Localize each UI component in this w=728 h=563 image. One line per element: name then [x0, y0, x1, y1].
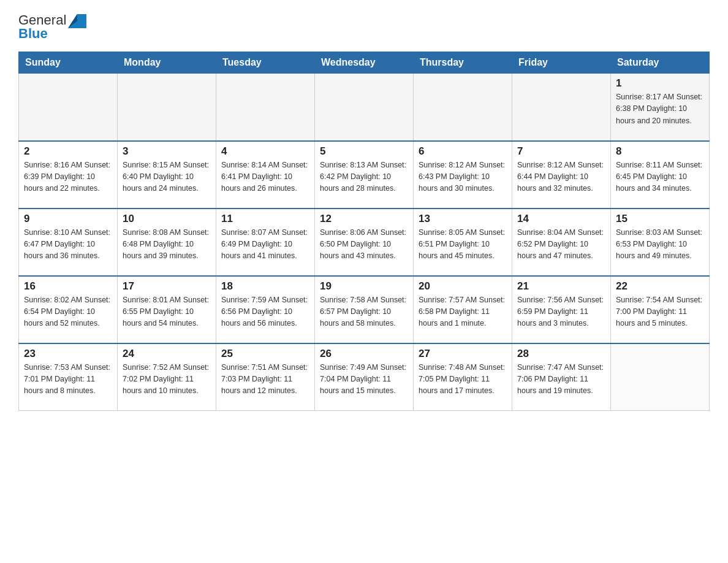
- day-number: 7: [517, 145, 605, 158]
- day-info: Sunrise: 8:10 AM Sunset: 6:47 PM Dayligh…: [24, 227, 112, 262]
- calendar-cell: 28Sunrise: 7:47 AM Sunset: 7:06 PM Dayli…: [512, 343, 611, 411]
- day-number: 5: [320, 145, 408, 158]
- calendar-week-row: 1Sunrise: 8:17 AM Sunset: 6:38 PM Daylig…: [19, 74, 710, 141]
- day-number: 9: [24, 213, 112, 225]
- calendar-cell: 9Sunrise: 8:10 AM Sunset: 6:47 PM Daylig…: [19, 209, 118, 276]
- day-info: Sunrise: 7:47 AM Sunset: 7:06 PM Dayligh…: [517, 362, 605, 397]
- day-number: 1: [616, 77, 704, 90]
- day-info: Sunrise: 8:07 AM Sunset: 6:49 PM Dayligh…: [221, 227, 309, 262]
- day-number: 15: [616, 213, 704, 225]
- day-info: Sunrise: 7:51 AM Sunset: 7:03 PM Dayligh…: [221, 362, 309, 397]
- calendar-cell: [216, 74, 315, 141]
- day-number: 26: [320, 348, 408, 360]
- calendar-week-row: 23Sunrise: 7:53 AM Sunset: 7:01 PM Dayli…: [19, 343, 710, 411]
- calendar-cell: 12Sunrise: 8:06 AM Sunset: 6:50 PM Dayli…: [315, 209, 414, 276]
- calendar-cell: 1Sunrise: 8:17 AM Sunset: 6:38 PM Daylig…: [611, 74, 710, 141]
- calendar-cell: [512, 74, 611, 141]
- day-number: 4: [221, 145, 309, 158]
- calendar-header-row: SundayMondayTuesdayWednesdayThursdayFrid…: [19, 52, 710, 74]
- day-info: Sunrise: 8:05 AM Sunset: 6:51 PM Dayligh…: [419, 227, 507, 262]
- day-info: Sunrise: 7:52 AM Sunset: 7:02 PM Dayligh…: [123, 362, 211, 397]
- calendar-table: SundayMondayTuesdayWednesdayThursdayFrid…: [18, 52, 710, 411]
- calendar-cell: 27Sunrise: 7:48 AM Sunset: 7:05 PM Dayli…: [414, 343, 512, 411]
- calendar-cell: 8Sunrise: 8:11 AM Sunset: 6:45 PM Daylig…: [611, 141, 710, 209]
- day-number: 25: [221, 348, 309, 360]
- day-number: 10: [123, 213, 211, 225]
- calendar-week-row: 16Sunrise: 8:02 AM Sunset: 6:54 PM Dayli…: [19, 276, 710, 343]
- day-info: Sunrise: 7:49 AM Sunset: 7:04 PM Dayligh…: [320, 362, 408, 397]
- calendar-cell: [118, 74, 216, 141]
- day-info: Sunrise: 8:15 AM Sunset: 6:40 PM Dayligh…: [123, 159, 211, 195]
- calendar-cell: 7Sunrise: 8:12 AM Sunset: 6:44 PM Daylig…: [512, 141, 611, 209]
- calendar-cell: 17Sunrise: 8:01 AM Sunset: 6:55 PM Dayli…: [118, 276, 216, 343]
- day-info: Sunrise: 8:14 AM Sunset: 6:41 PM Dayligh…: [221, 159, 309, 195]
- day-of-week-header: Thursday: [414, 52, 512, 74]
- calendar-cell: 18Sunrise: 7:59 AM Sunset: 6:56 PM Dayli…: [216, 276, 315, 343]
- day-number: 18: [221, 280, 309, 293]
- calendar-cell: 23Sunrise: 7:53 AM Sunset: 7:01 PM Dayli…: [19, 343, 118, 411]
- day-number: 3: [123, 145, 211, 158]
- day-info: Sunrise: 8:03 AM Sunset: 6:53 PM Dayligh…: [616, 227, 704, 262]
- day-info: Sunrise: 7:57 AM Sunset: 6:58 PM Dayligh…: [419, 294, 507, 330]
- calendar-cell: 2Sunrise: 8:16 AM Sunset: 6:39 PM Daylig…: [19, 141, 118, 209]
- day-info: Sunrise: 8:11 AM Sunset: 6:45 PM Dayligh…: [616, 159, 704, 195]
- calendar-cell: 4Sunrise: 8:14 AM Sunset: 6:41 PM Daylig…: [216, 141, 315, 209]
- day-number: 23: [24, 348, 112, 360]
- day-of-week-header: Sunday: [19, 52, 118, 74]
- calendar-cell: [414, 74, 512, 141]
- day-of-week-header: Friday: [512, 52, 611, 74]
- day-info: Sunrise: 7:59 AM Sunset: 6:56 PM Dayligh…: [221, 294, 309, 330]
- day-info: Sunrise: 8:06 AM Sunset: 6:50 PM Dayligh…: [320, 227, 408, 262]
- day-number: 21: [517, 280, 605, 293]
- day-of-week-header: Monday: [118, 52, 216, 74]
- day-number: 11: [221, 213, 309, 225]
- day-number: 8: [616, 145, 704, 158]
- calendar-cell: 6Sunrise: 8:12 AM Sunset: 6:43 PM Daylig…: [414, 141, 512, 209]
- day-info: Sunrise: 8:12 AM Sunset: 6:44 PM Dayligh…: [517, 159, 605, 195]
- day-info: Sunrise: 7:58 AM Sunset: 6:57 PM Dayligh…: [320, 294, 408, 330]
- calendar-cell: [19, 74, 118, 141]
- day-number: 6: [419, 145, 507, 158]
- day-info: Sunrise: 7:48 AM Sunset: 7:05 PM Dayligh…: [419, 362, 507, 397]
- calendar-week-row: 9Sunrise: 8:10 AM Sunset: 6:47 PM Daylig…: [19, 209, 710, 276]
- calendar-cell: 15Sunrise: 8:03 AM Sunset: 6:53 PM Dayli…: [611, 209, 710, 276]
- calendar-cell: 16Sunrise: 8:02 AM Sunset: 6:54 PM Dayli…: [19, 276, 118, 343]
- day-info: Sunrise: 8:16 AM Sunset: 6:39 PM Dayligh…: [24, 159, 112, 195]
- calendar-cell: 14Sunrise: 8:04 AM Sunset: 6:52 PM Dayli…: [512, 209, 611, 276]
- day-of-week-header: Wednesday: [315, 52, 414, 74]
- day-of-week-header: Saturday: [611, 52, 710, 74]
- calendar-week-row: 2Sunrise: 8:16 AM Sunset: 6:39 PM Daylig…: [19, 141, 710, 209]
- day-number: 14: [517, 213, 605, 225]
- page-header: General Blue: [18, 12, 710, 42]
- calendar-cell: 20Sunrise: 7:57 AM Sunset: 6:58 PM Dayli…: [414, 276, 512, 343]
- calendar-cell: 10Sunrise: 8:08 AM Sunset: 6:48 PM Dayli…: [118, 209, 216, 276]
- day-number: 20: [419, 280, 507, 293]
- day-info: Sunrise: 7:54 AM Sunset: 7:00 PM Dayligh…: [616, 294, 704, 330]
- calendar-cell: 21Sunrise: 7:56 AM Sunset: 6:59 PM Dayli…: [512, 276, 611, 343]
- logo: General Blue: [18, 12, 86, 42]
- calendar-cell: 26Sunrise: 7:49 AM Sunset: 7:04 PM Dayli…: [315, 343, 414, 411]
- calendar-cell: 3Sunrise: 8:15 AM Sunset: 6:40 PM Daylig…: [118, 141, 216, 209]
- day-number: 17: [123, 280, 211, 293]
- day-info: Sunrise: 8:04 AM Sunset: 6:52 PM Dayligh…: [517, 227, 605, 262]
- day-number: 22: [616, 280, 704, 293]
- day-number: 12: [320, 213, 408, 225]
- calendar-cell: 13Sunrise: 8:05 AM Sunset: 6:51 PM Dayli…: [414, 209, 512, 276]
- day-info: Sunrise: 7:56 AM Sunset: 6:59 PM Dayligh…: [517, 294, 605, 330]
- calendar-cell: 22Sunrise: 7:54 AM Sunset: 7:00 PM Dayli…: [611, 276, 710, 343]
- day-info: Sunrise: 8:12 AM Sunset: 6:43 PM Dayligh…: [419, 159, 507, 195]
- calendar-cell: [611, 343, 710, 411]
- day-number: 24: [123, 348, 211, 360]
- calendar-cell: 11Sunrise: 8:07 AM Sunset: 6:49 PM Dayli…: [216, 209, 315, 276]
- calendar-cell: 5Sunrise: 8:13 AM Sunset: 6:42 PM Daylig…: [315, 141, 414, 209]
- day-of-week-header: Tuesday: [216, 52, 315, 74]
- day-info: Sunrise: 8:08 AM Sunset: 6:48 PM Dayligh…: [123, 227, 211, 262]
- day-info: Sunrise: 8:02 AM Sunset: 6:54 PM Dayligh…: [24, 294, 112, 330]
- calendar-cell: [315, 74, 414, 141]
- day-number: 13: [419, 213, 507, 225]
- calendar-cell: 24Sunrise: 7:52 AM Sunset: 7:02 PM Dayli…: [118, 343, 216, 411]
- day-number: 19: [320, 280, 408, 293]
- calendar-cell: 25Sunrise: 7:51 AM Sunset: 7:03 PM Dayli…: [216, 343, 315, 411]
- day-info: Sunrise: 8:17 AM Sunset: 6:38 PM Dayligh…: [616, 91, 704, 127]
- calendar-cell: 19Sunrise: 7:58 AM Sunset: 6:57 PM Dayli…: [315, 276, 414, 343]
